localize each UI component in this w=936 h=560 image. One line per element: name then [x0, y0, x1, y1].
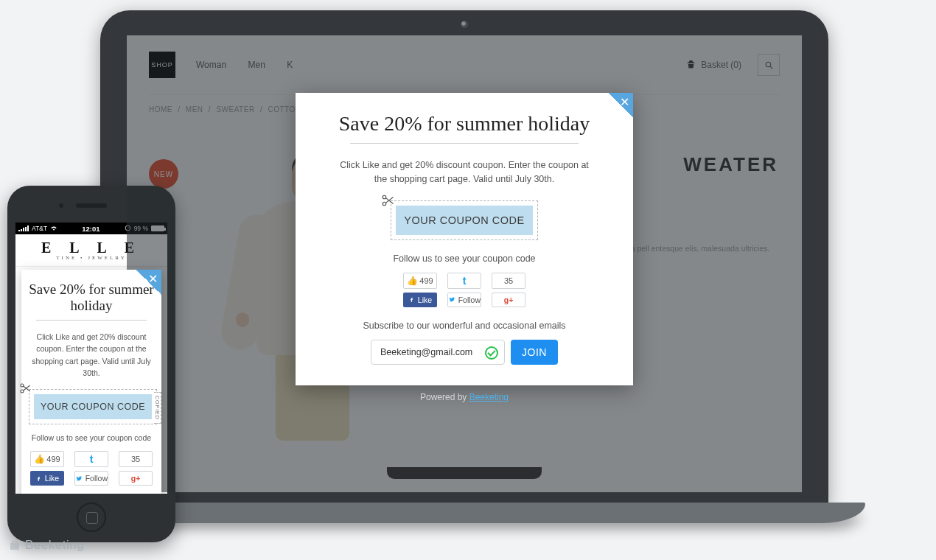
scissors-icon — [19, 382, 31, 394]
google-plus-button[interactable]: g+ — [119, 471, 153, 486]
subscribe-label: Subscribe to our wonderful and occasiona… — [318, 321, 611, 331]
valid-check-icon — [485, 346, 498, 360]
status-time: 12:01 — [60, 225, 122, 233]
google-plus-count: 35 — [119, 451, 153, 467]
close-icon: ✕ — [148, 272, 158, 286]
signal-icon — [18, 225, 29, 231]
google-plus-group: 35 g+ — [119, 451, 153, 486]
email-value: Beeketing@gmail.com — [380, 347, 472, 357]
twitter-count: t — [74, 451, 108, 467]
popup-close-button[interactable]: ✕ — [608, 93, 633, 118]
google-plus-group: 35 g+ — [492, 273, 525, 307]
facebook-group: 👍499 Like — [403, 273, 437, 307]
wifi-icon — [50, 225, 57, 232]
twitter-icon: t — [463, 275, 467, 287]
facebook-group: 👍499 Like — [30, 451, 64, 486]
phone-home-button[interactable] — [77, 503, 106, 532]
twitter-bird-icon — [75, 475, 83, 483]
close-icon: ✕ — [620, 95, 629, 109]
twitter-follow-button[interactable]: Follow — [447, 293, 481, 307]
subscribe-row: Beeketing@gmail.com JOIN — [318, 340, 611, 365]
email-input[interactable]: Beeketing@gmail.com — [371, 340, 505, 365]
phone-front-camera-icon — [59, 203, 63, 208]
shopping-bag-icon — [9, 539, 21, 551]
copied-label: COPIED — [154, 392, 161, 424]
popup-close-button[interactable]: ✕ — [136, 270, 161, 295]
coupon-code-text: YOUR COUPON CODE — [34, 394, 152, 419]
twitter-icon: t — [90, 453, 94, 465]
google-plus-button[interactable]: g+ — [492, 293, 525, 307]
laptop-hinge — [387, 467, 542, 479]
popup-instruction: Click Like and get 20% discount coupon. … — [335, 158, 593, 187]
follow-label: Follow us to see your coupon code — [29, 433, 154, 442]
popup-instruction: Click Like and get 20% discount coupon. … — [29, 331, 154, 379]
phone-speaker-icon — [76, 203, 107, 208]
social-row: 👍499 Like t Follow — [318, 273, 611, 307]
facebook-icon — [35, 475, 42, 482]
carrier-label: AT&T — [32, 225, 47, 232]
promo-popup: ✕ Save 20% for summer holiday Click Like… — [296, 93, 633, 385]
site-tagline: TINE • JEWELRY — [56, 255, 126, 261]
join-button[interactable]: JOIN — [511, 340, 558, 365]
divider — [350, 143, 579, 144]
twitter-bird-icon — [448, 295, 455, 304]
coupon-box[interactable]: YOUR COUPON CODE — [391, 200, 538, 240]
follow-label: Follow us to see your coupon code — [318, 253, 611, 264]
facebook-icon — [408, 296, 415, 303]
facebook-like-button[interactable]: Like — [30, 471, 64, 486]
coupon-code-text: YOUR COUPON CODE — [396, 206, 533, 235]
facebook-like-button[interactable]: Like — [403, 293, 437, 307]
google-plus-count: 35 — [492, 273, 525, 289]
facebook-count: 👍499 — [30, 451, 64, 467]
twitter-group: t Follow — [74, 451, 108, 486]
laptop-lid: SHOP Woman Men K Basket (0) — [100, 10, 828, 505]
thumbs-up-icon: 👍 — [34, 454, 45, 464]
powered-by: Powered by Beeketing — [127, 392, 802, 402]
thumbs-up-icon: 👍 — [407, 276, 418, 286]
laptop-screen: SHOP Woman Men K Basket (0) — [127, 35, 802, 492]
beeketing-watermark: Beeketing — [9, 538, 84, 553]
laptop-base — [63, 503, 865, 523]
popup-title: Save 20% for summer holiday — [29, 281, 154, 314]
twitter-group: t Follow — [447, 273, 481, 307]
facebook-count: 👍499 — [403, 273, 437, 289]
social-row: 👍499 Like t Follow 35 g+ — [29, 451, 154, 486]
promo-popup-mobile: ✕ Save 20% for summer holiday Click Like… — [21, 270, 161, 494]
popup-title: Save 20% for summer holiday — [318, 112, 611, 136]
laptop-device: SHOP Woman Men K Basket (0) — [100, 10, 828, 553]
coupon-box[interactable]: YOUR COUPON CODE COPIED — [29, 389, 157, 424]
laptop-camera-icon — [461, 21, 468, 28]
divider — [36, 320, 147, 321]
twitter-follow-button[interactable]: Follow — [74, 471, 108, 486]
twitter-count: t — [447, 273, 481, 289]
scissors-icon — [381, 194, 394, 207]
powered-by-link[interactable]: Beeketing — [469, 392, 509, 402]
